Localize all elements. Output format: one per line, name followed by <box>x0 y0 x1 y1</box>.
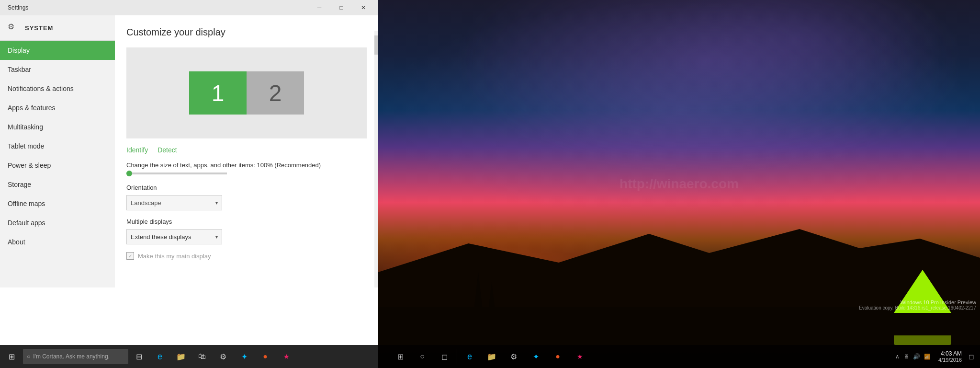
edge-icon-2[interactable]: e <box>459 346 480 367</box>
main-display-label: Make this my main display <box>138 253 211 260</box>
taskbar-right-icons: ⊞ ○ ◻ e 📁 ⚙ ✦ ● ★ <box>390 346 590 367</box>
sidebar-item-notifications[interactable]: Notifications & actions <box>0 79 115 98</box>
ground <box>378 307 980 345</box>
sidebar-item-tablet[interactable]: Tablet mode <box>0 137 115 156</box>
milky-way-overlay <box>378 0 980 202</box>
taskbar-app2-icon[interactable]: ★ <box>276 346 297 367</box>
gear-icon-2: ⚙ <box>510 352 517 361</box>
edge-2-icon: e <box>467 352 472 362</box>
system-tray: ∧ 🖥 🔊 📶 <box>892 352 934 361</box>
multiple-displays-chevron-icon: ▾ <box>215 234 218 240</box>
windows-icon: ⊞ <box>9 352 15 361</box>
close-button[interactable]: ✕ <box>352 0 374 15</box>
sidebar-item-about[interactable]: About <box>0 232 115 252</box>
identify-button[interactable]: Identify <box>126 146 148 154</box>
sidebar-header: ⚙ SYSTEM <box>0 15 115 41</box>
gear-icon: ⚙ <box>8 22 19 34</box>
monitor-2[interactable]: 2 <box>247 71 304 115</box>
watermark: http://winaero.com <box>620 176 739 192</box>
sidebar-item-display[interactable]: Display <box>0 41 115 60</box>
win10-line1: Windows 10 Pro Insider Preview <box>859 299 976 305</box>
slider-thumb[interactable] <box>126 171 132 176</box>
multiple-displays-dropdown[interactable]: Extend these displays ▾ <box>126 229 222 244</box>
scrollbar-thumb[interactable] <box>374 35 378 55</box>
sidebar-item-power[interactable]: Power & sleep <box>0 156 115 175</box>
edge-icon: e <box>158 352 162 362</box>
windows-icon-2: ⊞ <box>397 352 404 361</box>
orientation-container: Orientation Landscape ▾ <box>126 184 367 210</box>
clock[interactable]: 4:03 AM 4/19/2016 <box>935 350 966 363</box>
maximize-button[interactable]: □ <box>330 0 352 15</box>
search-button-2[interactable]: ○ <box>412 346 433 367</box>
main-content: Customize your display 1 2 Identify Dete… <box>115 15 378 288</box>
app-body: ⚙ SYSTEM Display Taskbar Notifications &… <box>0 15 378 288</box>
taskbar-settings-icon[interactable]: ⚙ <box>213 346 234 367</box>
app-icon-2[interactable]: ✦ <box>525 346 546 367</box>
cortana-search[interactable]: ○ I'm Cortana. Ask me anything. <box>23 349 128 364</box>
multiple-displays-label: Multiple displays <box>126 218 367 225</box>
notification-center-button[interactable]: ◻ <box>967 353 976 360</box>
ubuntu-2-icon: ● <box>555 352 560 361</box>
ubuntu-icon-2[interactable]: ● <box>547 346 568 367</box>
tray-arrow-icon[interactable]: ∧ <box>894 352 901 361</box>
window-controls: ─ □ ✕ <box>308 0 374 15</box>
divider <box>457 349 457 364</box>
store-icon: 🛍 <box>198 352 206 361</box>
sidebar: ⚙ SYSTEM Display Taskbar Notifications &… <box>0 15 115 288</box>
cortana-search-text: I'm Cortana. Ask me anything. <box>33 353 110 360</box>
sidebar-item-taskbar[interactable]: Taskbar <box>0 60 115 79</box>
taskbar-app1-icon[interactable]: ✦ <box>234 346 255 367</box>
window-title: Settings <box>8 4 28 11</box>
taskbar-ubuntu-icon[interactable]: ● <box>255 346 276 367</box>
taskbar-tray: ∧ 🖥 🔊 📶 4:03 AM 4/19/2016 ◻ <box>892 350 980 363</box>
multiple-displays-value: Extend these displays <box>131 233 191 241</box>
tray-volume-icon[interactable]: 🔊 <box>912 352 921 361</box>
display-preview: 1 2 <box>126 47 367 138</box>
explorer-icon-2[interactable]: 📁 <box>481 346 502 367</box>
monitor-1[interactable]: 1 <box>189 71 247 115</box>
scale-container: Change the size of text, apps, and other… <box>126 161 367 174</box>
orientation-value: Landscape <box>131 199 161 207</box>
minimize-button[interactable]: ─ <box>308 0 330 15</box>
tent-base <box>894 335 951 345</box>
taskbar-store-icon[interactable]: 🛍 <box>191 346 213 367</box>
main-display-checkbox[interactable]: ✓ <box>126 252 134 260</box>
ubuntu-icon: ● <box>263 352 268 361</box>
scrollbar-track[interactable] <box>374 31 378 288</box>
sidebar-item-multitasking[interactable]: Multitasking <box>0 117 115 137</box>
sidebar-item-maps[interactable]: Offline maps <box>0 194 115 213</box>
start-button[interactable]: ⊞ <box>0 345 23 368</box>
display-actions: Identify Detect <box>126 146 367 154</box>
task-view-button[interactable]: ⊟ <box>128 346 149 367</box>
app-2-icon: ✦ <box>533 352 539 361</box>
tray-display-icon[interactable]: 🖥 <box>902 352 910 361</box>
start-button-2[interactable]: ⊞ <box>390 346 411 367</box>
tray-network-icon[interactable]: 📶 <box>923 353 932 361</box>
task-view-icon-2: ◻ <box>441 352 448 361</box>
sidebar-item-storage[interactable]: Storage <box>0 175 115 194</box>
detect-button[interactable]: Detect <box>158 146 177 154</box>
win10-line2: Evaluation copy. Build 14316.rs1_release… <box>859 305 976 310</box>
desktop-wallpaper: http://winaero.com Windows 10 Pro Inside… <box>378 0 980 368</box>
app3-icon-inner: ★ <box>577 353 583 360</box>
sidebar-system-title: SYSTEM <box>25 24 53 32</box>
taskbar: ⊞ ○ I'm Cortana. Ask me anything. ⊟ e 📁 … <box>0 345 980 368</box>
taskbar-explorer-icon[interactable]: 📁 <box>170 346 191 367</box>
scale-slider[interactable] <box>126 172 227 174</box>
scale-label: Change the size of text, apps, and other… <box>126 161 367 169</box>
app3-icon[interactable]: ★ <box>569 346 590 367</box>
orientation-dropdown[interactable]: Landscape ▾ <box>126 195 222 210</box>
task-view-2[interactable]: ◻ <box>434 346 455 367</box>
orientation-label: Orientation <box>126 184 367 191</box>
main-display-row: ✓ Make this my main display <box>126 252 367 260</box>
sidebar-item-apps[interactable]: Apps & features <box>0 98 115 117</box>
taskbar-edge-icon[interactable]: e <box>149 346 170 367</box>
settings-icon: ⚙ <box>220 352 226 361</box>
sidebar-item-default-apps[interactable]: Default apps <box>0 213 115 232</box>
explorer-icon: 📁 <box>176 352 186 361</box>
checkmark-icon: ✓ <box>128 253 132 259</box>
chevron-down-icon: ▾ <box>215 200 218 206</box>
multiple-displays-container: Multiple displays Extend these displays … <box>126 218 367 244</box>
win10-info: Windows 10 Pro Insider Preview Evaluatio… <box>859 299 976 310</box>
settings-icon-2[interactable]: ⚙ <box>503 346 524 367</box>
